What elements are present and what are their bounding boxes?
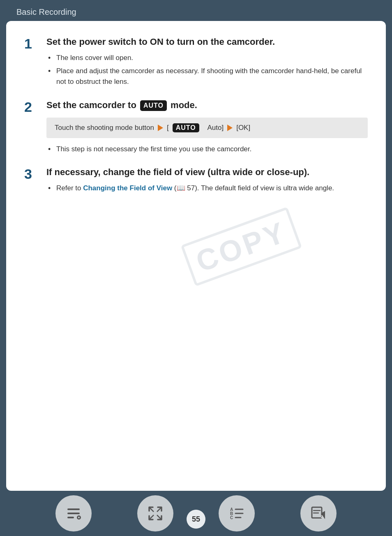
- step-2-content: Set the camcorder to AUTO mode. Touch th…: [46, 99, 368, 157]
- svg-text:2: 2: [321, 515, 323, 519]
- step-1-title: Set the power switch to ON to turn on th…: [46, 36, 368, 49]
- step-1-bullet-1: The lens cover will open.: [48, 53, 368, 63]
- step-1-block: 1 Set the power switch to ON to turn on …: [24, 36, 368, 90]
- step-2-bullet-1: This step is not necessary the first tim…: [48, 144, 368, 155]
- main-content-card: COPY 1 Set the power switch to ON to tur…: [6, 21, 386, 491]
- index-icon: A B C: [228, 505, 245, 522]
- bookmark-button[interactable]: 2: [300, 495, 337, 531]
- copy-watermark: COPY: [181, 207, 302, 286]
- menu-icon: [65, 505, 82, 522]
- step-3-content: If necessary, change the field of view (…: [46, 166, 368, 196]
- arrow-icon-2: [227, 125, 233, 131]
- instruction-auto-label: Auto]: [207, 124, 224, 132]
- arrow-icon-1: [158, 125, 163, 131]
- page-number-badge: 55: [187, 510, 205, 529]
- step-3-title: If necessary, change the field of view (…: [46, 166, 368, 179]
- svg-rect-0: [67, 508, 80, 510]
- step-1-number: 1: [24, 37, 40, 51]
- page-title: Basic Recording: [16, 7, 76, 16]
- step-1-bullet-2: Place and adjust the camcorder as necess…: [48, 66, 368, 88]
- menu-button[interactable]: [55, 495, 92, 531]
- step-1-content: Set the power switch to ON to turn on th…: [46, 36, 368, 90]
- bookmark-icon: 2: [310, 505, 327, 522]
- svg-point-4: [78, 517, 80, 518]
- instruction-box: Touch the shooting mode button [AUTO Aut…: [46, 118, 368, 138]
- svg-rect-2: [67, 517, 74, 518]
- auto-badge-title: AUTO: [140, 100, 167, 111]
- instruction-bracket-open: [: [167, 124, 169, 132]
- step-2-number: 2: [24, 100, 40, 114]
- step-3-block: 3 If necessary, change the field of view…: [24, 166, 368, 196]
- step-1-bullets: The lens cover will open. Place and adju…: [48, 53, 368, 88]
- step-3-bullet-1: Refer to Changing the Field of View (📖 5…: [48, 183, 368, 194]
- field-of-view-link[interactable]: Changing the Field of View: [83, 184, 172, 192]
- auto-badge-instruction: AUTO: [173, 123, 199, 132]
- svg-text:C: C: [230, 515, 233, 520]
- step-3-bullets: Refer to Changing the Field of View (📖 5…: [48, 183, 368, 194]
- step-2-block: 2 Set the camcorder to AUTO mode. Touch …: [24, 99, 368, 157]
- instruction-ok: [OK]: [236, 124, 250, 132]
- step-3-number: 3: [24, 167, 40, 181]
- page-number: 55: [192, 515, 200, 524]
- nav-icons-row: 55 A B C 2: [0, 495, 392, 531]
- index-button[interactable]: A B C: [219, 495, 255, 531]
- step-2-bullets: This step is not necessary the first tim…: [48, 144, 368, 155]
- step-2-title: Set the camcorder to AUTO mode.: [46, 99, 368, 112]
- header-bar: Basic Recording: [0, 0, 392, 21]
- expand-button[interactable]: [137, 495, 173, 531]
- bottom-nav-bar: 55 A B C 2: [0, 491, 392, 536]
- instruction-text-before: Touch the shooting mode button: [55, 124, 154, 132]
- svg-rect-1: [67, 513, 80, 514]
- expand-icon: [147, 505, 164, 522]
